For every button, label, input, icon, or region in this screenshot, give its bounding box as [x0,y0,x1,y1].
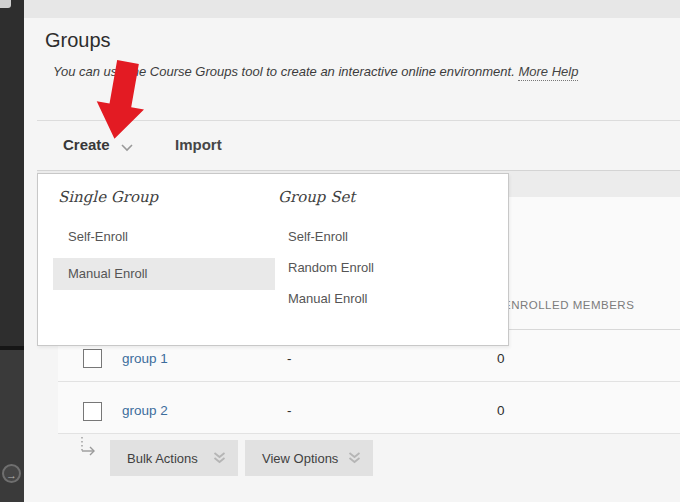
column-header-enrolled-members[interactable]: ENROLLED MEMBERS [503,299,634,311]
bulk-actions-button[interactable]: Bulk Actions [110,440,238,476]
sidebar-divider [0,346,24,350]
action-bar-top-border [37,120,680,121]
menu-item-set-manual-enroll[interactable]: Manual Enroll [288,291,368,306]
group-set-cell: - [287,351,292,366]
import-button[interactable]: Import [175,136,222,153]
bulk-actions-label: Bulk Actions [127,451,198,466]
sidebar-mini-icon [0,0,11,8]
page-subtitle: You can use the Course Groups tool to cr… [53,64,578,79]
row-checkbox[interactable] [83,349,102,368]
page-title: Groups [45,29,111,52]
view-options-label: View Options [262,451,338,466]
group-name-link[interactable]: group 1 [122,351,168,366]
enrolled-members-cell: 0 [497,351,505,366]
menu-item-single-manual-enroll[interactable]: Manual Enroll [68,266,148,281]
row-checkbox[interactable] [83,402,102,421]
create-dropdown-menu: Single Group Self-Enroll Manual Enroll G… [37,173,509,346]
group-set-cell: - [287,403,292,418]
enrolled-members-cell: 0 [497,403,505,418]
top-strip [24,0,680,18]
menu-item-set-self-enroll[interactable]: Self-Enroll [288,229,348,244]
chevron-down-icon [121,144,133,152]
menu-item-single-self-enroll[interactable]: Self-Enroll [68,229,128,244]
row-divider [58,433,680,434]
groups-page: → Groups You can use the Course Groups t… [0,0,680,502]
subtitle-text: You can use the Course Groups tool to cr… [53,64,515,79]
arrow-right-circle-icon: → [6,469,17,481]
more-help-link[interactable]: More Help [518,64,578,81]
view-options-button[interactable]: View Options [245,440,373,476]
group-set-header: Group Set [278,188,355,206]
double-chevron-down-icon [213,452,226,464]
double-chevron-down-icon [348,452,361,464]
group-name-link[interactable]: group 2 [122,403,168,418]
row-divider [58,381,680,382]
create-button[interactable]: Create [63,136,110,153]
menu-item-set-random-enroll[interactable]: Random Enroll [288,260,374,275]
single-group-header: Single Group [58,188,158,206]
return-arrow-icon [76,436,100,462]
sidebar-expand-button[interactable]: → [2,464,21,483]
